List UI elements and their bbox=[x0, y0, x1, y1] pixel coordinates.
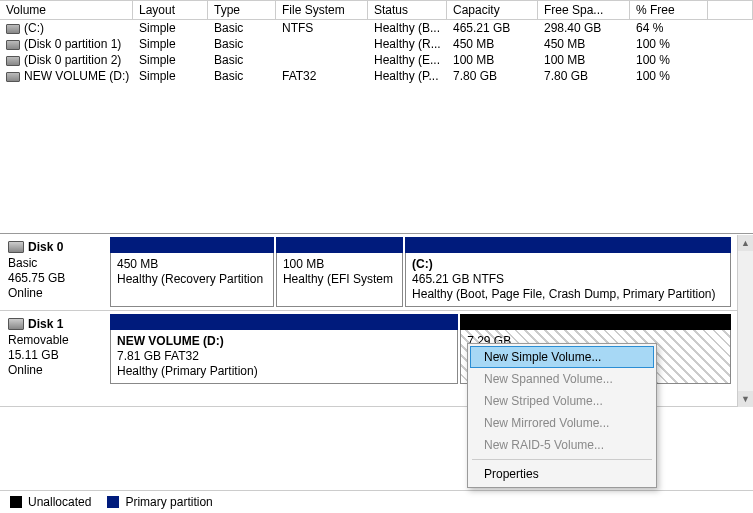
volume-row[interactable]: NEW VOLUME (D:) Simple Basic FAT32 Healt… bbox=[0, 68, 753, 84]
partition-header-bar bbox=[110, 237, 274, 253]
partition-block[interactable]: (C:) 465.21 GB NTFS Healthy (Boot, Page … bbox=[405, 237, 731, 307]
volume-fs: FAT32 bbox=[276, 69, 368, 83]
disk-icon bbox=[6, 24, 20, 34]
legend-item-primary: Primary partition bbox=[107, 495, 212, 509]
partition-header-bar bbox=[276, 237, 403, 253]
partition-pane-0: 450 MB Healthy (Recovery Partition 100 M… bbox=[110, 234, 735, 310]
disk-icon bbox=[6, 40, 20, 50]
volume-row[interactable]: (Disk 0 partition 1) Simple Basic Health… bbox=[0, 36, 753, 52]
volume-name: (Disk 0 partition 1) bbox=[24, 37, 121, 51]
volume-row[interactable]: (C:) Simple Basic NTFS Healthy (B... 465… bbox=[0, 20, 753, 36]
partition-block[interactable]: 450 MB Healthy (Recovery Partition bbox=[110, 237, 274, 307]
col-header-empty bbox=[708, 0, 753, 19]
col-header-status[interactable]: Status bbox=[368, 0, 447, 19]
disk-icon bbox=[6, 56, 20, 66]
menu-new-mirrored-volume[interactable]: New Mirrored Volume... bbox=[470, 412, 654, 434]
vertical-scrollbar[interactable]: ▲ ▼ bbox=[737, 235, 753, 407]
partition-header-bar bbox=[460, 314, 731, 330]
volume-capacity: 465.21 GB bbox=[447, 21, 538, 35]
disk-size: 15.11 GB bbox=[8, 348, 102, 363]
volume-freespace: 7.80 GB bbox=[538, 69, 630, 83]
scroll-up-button[interactable]: ▲ bbox=[738, 235, 753, 251]
volume-name: (Disk 0 partition 2) bbox=[24, 53, 121, 67]
volume-freespace: 450 MB bbox=[538, 37, 630, 51]
partition-size: 100 MB bbox=[283, 257, 396, 272]
volume-type: Basic bbox=[208, 53, 276, 67]
volume-list-header: Volume Layout Type File System Status Ca… bbox=[0, 0, 753, 20]
volume-name: (C:) bbox=[24, 21, 44, 35]
disk-size: 465.75 GB bbox=[8, 271, 102, 286]
col-header-layout[interactable]: Layout bbox=[133, 0, 208, 19]
volume-layout: Simple bbox=[133, 21, 208, 35]
disk-state: Online bbox=[8, 286, 102, 301]
disk-title: Disk 0 bbox=[28, 240, 63, 254]
legend-label-unallocated: Unallocated bbox=[28, 495, 91, 509]
volume-percentfree: 100 % bbox=[630, 37, 708, 51]
volume-list-body: (C:) Simple Basic NTFS Healthy (B... 465… bbox=[0, 20, 753, 84]
menu-new-striped-volume[interactable]: New Striped Volume... bbox=[470, 390, 654, 412]
scroll-down-button[interactable]: ▼ bbox=[738, 391, 753, 407]
legend-swatch-black bbox=[10, 496, 22, 508]
volume-capacity: 7.80 GB bbox=[447, 69, 538, 83]
partition-block[interactable]: 100 MB Healthy (EFI System bbox=[276, 237, 403, 307]
partition-status: Healthy (Primary Partition) bbox=[117, 364, 451, 379]
partition-title: (C:) bbox=[412, 257, 724, 272]
partition-title: NEW VOLUME (D:) bbox=[117, 334, 451, 349]
menu-separator bbox=[472, 459, 652, 460]
disk-icon bbox=[8, 318, 24, 330]
legend-item-unallocated: Unallocated bbox=[10, 495, 91, 509]
col-header-type[interactable]: Type bbox=[208, 0, 276, 19]
partition-size: 465.21 GB NTFS bbox=[412, 272, 724, 287]
volume-percentfree: 64 % bbox=[630, 21, 708, 35]
volume-layout: Simple bbox=[133, 53, 208, 67]
volume-fs: NTFS bbox=[276, 21, 368, 35]
volume-type: Basic bbox=[208, 69, 276, 83]
disk-icon bbox=[8, 241, 24, 253]
col-header-capacity[interactable]: Capacity bbox=[447, 0, 538, 19]
volume-type: Basic bbox=[208, 21, 276, 35]
disk-type: Basic bbox=[8, 256, 102, 271]
disk-label-pane-0[interactable]: Disk 0 Basic 465.75 GB Online bbox=[0, 234, 110, 310]
col-header-volume[interactable]: Volume bbox=[0, 0, 133, 19]
partition-size: 7.81 GB FAT32 bbox=[117, 349, 451, 364]
partition-status: Healthy (Boot, Page File, Crash Dump, Pr… bbox=[412, 287, 724, 302]
scroll-track[interactable] bbox=[738, 251, 753, 391]
volume-capacity: 100 MB bbox=[447, 53, 538, 67]
col-header-freespace[interactable]: Free Spa... bbox=[538, 0, 630, 19]
col-header-filesystem[interactable]: File System bbox=[276, 0, 368, 19]
disk-type: Removable bbox=[8, 333, 102, 348]
legend-swatch-navy bbox=[107, 496, 119, 508]
disk-title: Disk 1 bbox=[28, 317, 63, 331]
disk-row-0: Disk 0 Basic 465.75 GB Online 450 MB Hea… bbox=[0, 234, 753, 311]
volume-layout: Simple bbox=[133, 37, 208, 51]
partition-block[interactable]: NEW VOLUME (D:) 7.81 GB FAT32 Healthy (P… bbox=[110, 314, 458, 384]
col-header-percentfree[interactable]: % Free bbox=[630, 0, 708, 19]
legend-label-primary: Primary partition bbox=[125, 495, 212, 509]
volume-layout: Simple bbox=[133, 69, 208, 83]
volume-status: Healthy (R... bbox=[368, 37, 447, 51]
legend: Unallocated Primary partition bbox=[0, 490, 753, 513]
context-menu: New Simple Volume... New Spanned Volume.… bbox=[467, 343, 657, 488]
menu-properties[interactable]: Properties bbox=[470, 463, 654, 485]
disk-state: Online bbox=[8, 363, 102, 378]
volume-row[interactable]: (Disk 0 partition 2) Simple Basic Health… bbox=[0, 52, 753, 68]
volume-capacity: 450 MB bbox=[447, 37, 538, 51]
partition-status: Healthy (EFI System bbox=[283, 272, 396, 287]
volume-status: Healthy (B... bbox=[368, 21, 447, 35]
partition-header-bar bbox=[405, 237, 731, 253]
volume-list-view: Volume Layout Type File System Status Ca… bbox=[0, 0, 753, 234]
disk-label-pane-1[interactable]: Disk 1 Removable 15.11 GB Online bbox=[0, 311, 110, 406]
volume-status: Healthy (P... bbox=[368, 69, 447, 83]
volume-status: Healthy (E... bbox=[368, 53, 447, 67]
menu-new-raid5-volume[interactable]: New RAID-5 Volume... bbox=[470, 434, 654, 456]
volume-percentfree: 100 % bbox=[630, 53, 708, 67]
partition-size: 450 MB bbox=[117, 257, 267, 272]
menu-new-spanned-volume[interactable]: New Spanned Volume... bbox=[470, 368, 654, 390]
disk-icon bbox=[6, 72, 20, 82]
partition-header-bar bbox=[110, 314, 458, 330]
volume-freespace: 100 MB bbox=[538, 53, 630, 67]
menu-new-simple-volume[interactable]: New Simple Volume... bbox=[470, 346, 654, 368]
partition-status: Healthy (Recovery Partition bbox=[117, 272, 267, 287]
volume-percentfree: 100 % bbox=[630, 69, 708, 83]
volume-name: NEW VOLUME (D:) bbox=[24, 69, 129, 83]
